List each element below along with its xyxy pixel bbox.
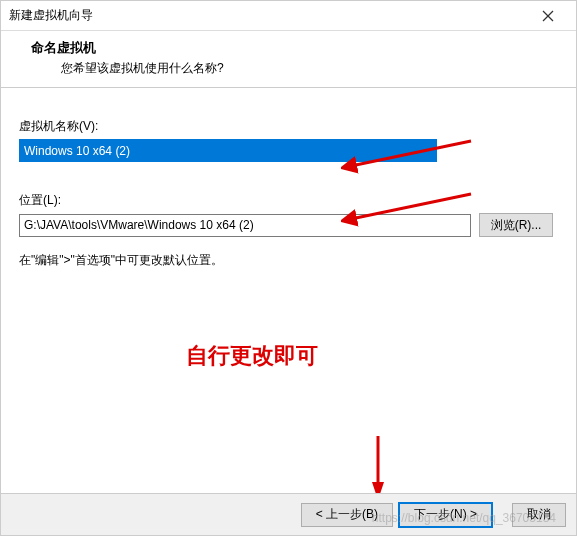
close-button[interactable] (528, 2, 568, 30)
header-panel: 命名虚拟机 您希望该虚拟机使用什么名称? (1, 31, 576, 88)
cancel-button[interactable]: 取消 (512, 503, 566, 527)
browse-button[interactable]: 浏览(R)... (479, 213, 553, 237)
close-icon (542, 10, 554, 22)
dialog-title: 新建虚拟机向导 (9, 7, 528, 24)
header-subtitle: 您希望该虚拟机使用什么名称? (21, 60, 556, 77)
back-button[interactable]: < 上一步(B) (301, 503, 393, 527)
body: 虚拟机名称(V): 位置(L): 浏览(R)... 在"编辑">"首选项"中可更… (1, 88, 576, 279)
next-button[interactable]: 下一步(N) > (399, 503, 492, 527)
annotation-text: 自行更改即可 (186, 341, 318, 371)
header-title: 命名虚拟机 (21, 39, 556, 57)
location-label: 位置(L): (19, 192, 558, 209)
titlebar: 新建虚拟机向导 (1, 1, 576, 31)
vm-name-input[interactable] (19, 139, 437, 162)
vm-name-label: 虚拟机名称(V): (19, 118, 558, 135)
wizard-dialog: 新建虚拟机向导 命名虚拟机 您希望该虚拟机使用什么名称? 虚拟机名称(V): 位… (0, 0, 577, 536)
hint-text: 在"编辑">"首选项"中可更改默认位置。 (19, 252, 558, 269)
location-input[interactable] (19, 214, 471, 237)
arrow-annotation-3 (363, 431, 393, 501)
footer: < 上一步(B) 下一步(N) > 取消 (1, 493, 576, 535)
